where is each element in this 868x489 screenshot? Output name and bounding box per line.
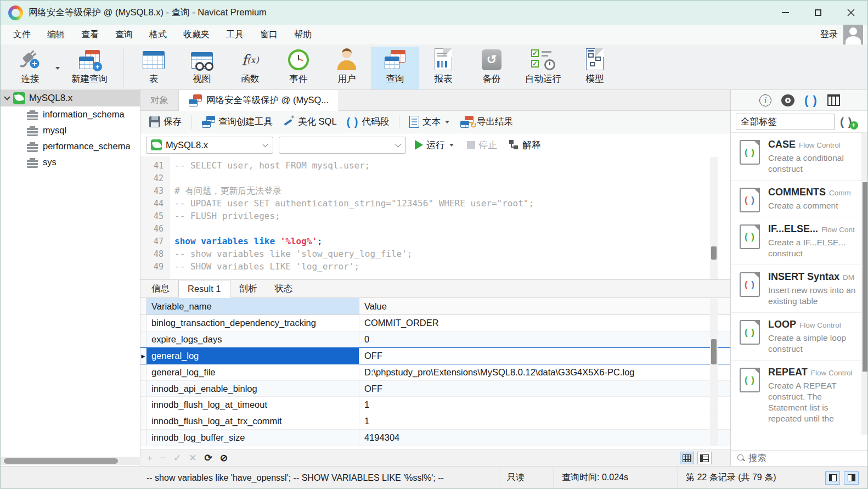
connection-item-mysql8[interactable]: MySQL8.x xyxy=(1,90,140,106)
sql-editor[interactable]: 41-- SELECT user, host FROM mysql.user; … xyxy=(140,156,730,279)
save-button[interactable]: 保存 xyxy=(146,114,185,130)
scrollbar-thumb[interactable] xyxy=(711,339,717,364)
beautify-sql-button[interactable]: 美化 SQL xyxy=(279,114,340,130)
user-button[interactable]: 用户 xyxy=(323,47,371,89)
snippet-item-comments[interactable]: ( ) COMMENTSComm Create a comment xyxy=(731,181,868,217)
run-button[interactable]: 运行 xyxy=(412,137,458,154)
info-panel-icon[interactable]: i xyxy=(759,94,771,106)
grid-corner-cell[interactable] xyxy=(140,298,146,314)
toggle-left-pane-button[interactable] xyxy=(825,471,840,485)
menu-tools[interactable]: 工具 xyxy=(218,26,252,43)
table-row[interactable]: innodb_flush_log_at_timeout 1 xyxy=(140,397,730,413)
table-button[interactable]: 表 xyxy=(129,47,178,89)
table-row[interactable]: innodb_flush_log_at_trx_commit 1 xyxy=(140,413,730,430)
grid-panel-icon[interactable] xyxy=(827,94,840,106)
tab-status[interactable]: 状态 xyxy=(266,280,302,297)
add-record-icon[interactable]: + xyxy=(147,453,153,464)
database-select[interactable] xyxy=(279,137,406,154)
model-button[interactable]: 模型 xyxy=(571,47,619,89)
menu-favorites[interactable]: 收藏夹 xyxy=(175,26,218,43)
function-button[interactable]: f(x) 函数 xyxy=(226,47,274,89)
delete-record-icon[interactable]: − xyxy=(160,453,166,464)
toggle-right-pane-button[interactable] xyxy=(844,471,859,485)
database-icon xyxy=(27,157,38,168)
table-row[interactable]: binlog_transaction_dependency_tracking C… xyxy=(140,315,730,331)
tab-objects[interactable]: 对象 xyxy=(140,90,179,110)
close-button[interactable] xyxy=(835,1,867,25)
menu-format[interactable]: 格式 xyxy=(141,26,175,43)
snippet-search[interactable]: 搜索 xyxy=(731,450,868,466)
query-button[interactable]: 查询 xyxy=(371,47,419,89)
new-query-button[interactable]: + 新建查询 xyxy=(61,47,118,89)
row-gutter xyxy=(140,364,146,380)
login-link[interactable]: 登录 xyxy=(820,29,843,41)
user-avatar[interactable] xyxy=(843,25,863,44)
run-dropdown-caret[interactable] xyxy=(449,144,454,147)
snippet-item-loop[interactable]: ( ) LOOPFlow Control Create a simple loo… xyxy=(731,313,868,361)
menu-view[interactable]: 查看 xyxy=(73,26,107,43)
snippet-category: Flow Cont xyxy=(821,226,855,234)
preview-panel-icon[interactable] xyxy=(781,94,794,106)
discard-changes-icon[interactable]: ✕ xyxy=(189,452,196,464)
connect-button[interactable]: 连接 xyxy=(6,47,54,89)
grid-view-toggle[interactable] xyxy=(680,452,694,464)
menu-window[interactable]: 窗口 xyxy=(252,26,286,43)
tab-profile[interactable]: 剖析 xyxy=(230,280,266,297)
sidebar-item-mysql[interactable]: mysql xyxy=(1,122,140,138)
menu-help[interactable]: 帮助 xyxy=(286,26,320,43)
tag-filter-select[interactable]: 全部标签 xyxy=(736,114,835,130)
minimize-button[interactable] xyxy=(769,1,802,25)
explain-button[interactable]: 解释 xyxy=(506,137,544,154)
snippet-name: REPEAT xyxy=(768,367,808,378)
menu-query[interactable]: 查询 xyxy=(107,26,141,43)
report-button[interactable]: 报表 xyxy=(419,47,467,89)
text-view-caret[interactable] xyxy=(445,121,449,123)
table-row-selected[interactable]: ▶ general_log OFF xyxy=(140,347,730,364)
scrollbar-thumb[interactable] xyxy=(863,182,867,372)
column-header-variable-name[interactable]: Variable_name xyxy=(146,298,359,314)
scrollbar-thumb[interactable] xyxy=(711,246,717,260)
menu-file[interactable]: 文件 xyxy=(5,26,39,43)
grid-scrollbar[interactable] xyxy=(710,299,718,446)
connection-select[interactable]: MySQL8.x xyxy=(146,137,273,154)
sidebar-horizontal-scrollbar[interactable] xyxy=(1,457,140,465)
new-snippet-button[interactable]: ( )+ xyxy=(840,115,853,128)
event-button[interactable]: 事件 xyxy=(274,47,323,89)
menu-edit[interactable]: 编辑 xyxy=(39,26,73,43)
snippet-panel-scrollbar[interactable] xyxy=(861,133,868,435)
stop-refresh-icon[interactable]: ⊘ xyxy=(220,452,228,464)
tab-query-document[interactable]: 网络安全等级保护 @ (MySQ... xyxy=(179,90,339,111)
snippet-item-case[interactable]: ( ) CASEFlow Control Create a conditiona… xyxy=(731,133,868,181)
snippet-item-repeat[interactable]: ( ) REPEATFlow Control Create A REPEAT c… xyxy=(731,361,868,430)
snippet-panel-icon[interactable]: ( ) xyxy=(804,93,818,108)
view-button[interactable]: 视图 xyxy=(178,47,226,89)
editor-scrollbar[interactable] xyxy=(710,157,718,279)
tab-info[interactable]: 信息 xyxy=(143,280,178,297)
query-builder-button[interactable]: 查询创建工具 xyxy=(199,114,276,130)
table-row[interactable]: innodb_api_enable_binlog OFF xyxy=(140,381,730,397)
table-row[interactable]: general_log_file D:\phpstudy_pro\Extensi… xyxy=(140,364,730,381)
code-snippet-button[interactable]: ( ) 代码段 xyxy=(343,114,392,131)
form-view-toggle[interactable] xyxy=(697,452,712,464)
sidebar-item-performance-schema[interactable]: performance_schema xyxy=(1,138,140,154)
table-row[interactable]: expire_logs_days 0 xyxy=(140,331,730,348)
backup-button[interactable]: ↺ 备份 xyxy=(467,47,516,89)
snippet-item-insert-syntax[interactable]: ( ) INSERT SyntaxDM Insert new rows into… xyxy=(731,265,868,313)
table-row[interactable]: innodb_log_buffer_size 4194304 xyxy=(140,430,730,446)
snippet-item-if-else[interactable]: ( ) IF...ELSE...Flow Cont Create a IF...… xyxy=(731,217,868,265)
maximize-button[interactable] xyxy=(802,1,835,25)
sidebar-item-information-schema[interactable]: information_schema xyxy=(1,106,140,122)
refresh-icon[interactable]: ⟳ xyxy=(204,452,212,464)
automation-button[interactable]: ✓ ✓ 自动运行 xyxy=(516,47,571,89)
column-header-value[interactable]: Value xyxy=(359,298,730,314)
sidebar-item-sys[interactable]: sys xyxy=(1,154,140,170)
scrollbar-thumb[interactable] xyxy=(4,458,118,464)
text-view-button[interactable]: 文本 xyxy=(406,114,454,130)
apply-changes-icon[interactable]: ✓ xyxy=(173,452,181,464)
tab-result1[interactable]: Result 1 xyxy=(178,280,230,298)
connect-dropdown-caret[interactable] xyxy=(55,67,60,70)
export-result-button[interactable]: ↻ 导出结果 xyxy=(457,114,516,130)
stop-button[interactable]: 停止 xyxy=(464,137,500,154)
code-text: # 有问题，更新后无法登录 xyxy=(174,186,281,196)
chevron-down-icon[interactable] xyxy=(4,94,10,100)
